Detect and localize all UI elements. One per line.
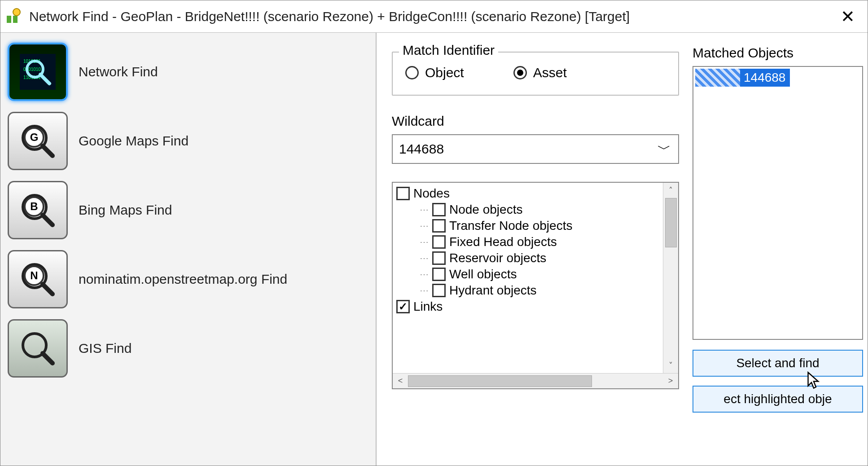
results-column: Matched Objects 144688 Select and find e… — [693, 44, 863, 461]
object-type-tree: Nodes ⋯ Node objects ⋯ Transfer Node obj… — [392, 182, 679, 389]
search-criteria-column: Match Identifier Object Asset Wildcard — [392, 44, 679, 461]
wildcard-input[interactable]: 144688 ﹀ — [392, 134, 679, 164]
tree-item-nodes[interactable]: Nodes — [393, 185, 663, 202]
sidebar: 1010101 0101010 1101101 Network Find G — [0, 33, 377, 466]
wildcard-value: 144688 — [399, 141, 657, 157]
checkbox[interactable] — [432, 219, 446, 233]
sidebar-item-label: Bing Maps Find — [79, 202, 172, 218]
checkbox[interactable] — [432, 251, 446, 265]
tree-vertical-scrollbar[interactable]: ˄ ˅ — [663, 183, 678, 373]
svg-line-16 — [43, 353, 53, 363]
scroll-thumb[interactable] — [665, 198, 677, 247]
checkbox[interactable] — [432, 268, 446, 281]
match-identifier-group: Match Identifier Object Asset — [392, 52, 679, 96]
sidebar-item-label: nominatim.openstreetmap.org Find — [79, 272, 287, 287]
scroll-up-icon[interactable]: ˄ — [663, 183, 678, 198]
radio-object-label: Object — [425, 65, 464, 80]
svg-point-2 — [13, 9, 20, 16]
matched-item[interactable]: 144688 — [695, 69, 790, 87]
scroll-right-icon[interactable]: > — [663, 376, 678, 386]
checkbox[interactable] — [432, 203, 446, 216]
sidebar-item-nominatim-find[interactable]: N nominatim.openstreetmap.org Find — [0, 245, 376, 314]
sidebar-item-label: Google Maps Find — [79, 133, 189, 149]
matched-objects-label: Matched Objects — [693, 45, 863, 61]
tree-item-hydrant-objects[interactable]: ⋯ Hydrant objects — [393, 282, 663, 299]
tree-item-fixed-head-objects[interactable]: ⋯ Fixed Head objects — [393, 234, 663, 250]
chevron-down-icon[interactable]: ﹀ — [657, 140, 672, 158]
radio-asset[interactable]: Asset — [513, 65, 567, 80]
checkbox[interactable] — [432, 284, 446, 297]
window-title: Network Find - GeoPlan - BridgeNet!!!! (… — [29, 9, 834, 24]
google-maps-find-icon: G — [8, 112, 68, 170]
scroll-down-icon[interactable]: ˅ — [663, 358, 678, 373]
bing-maps-find-icon: B — [8, 181, 68, 239]
main-panel: Match Identifier Object Asset Wildcard — [377, 33, 868, 466]
svg-rect-0 — [7, 16, 11, 23]
tree-item-node-objects[interactable]: ⋯ Node objects — [393, 202, 663, 218]
checkbox[interactable] — [432, 235, 446, 249]
dialog-body: 1010101 0101010 1101101 Network Find G — [0, 33, 868, 466]
link-icon — [695, 69, 740, 87]
tree-content[interactable]: Nodes ⋯ Node objects ⋯ Transfer Node obj… — [393, 183, 663, 373]
scroll-left-icon[interactable]: < — [393, 376, 408, 386]
sidebar-item-google-maps-find[interactable]: G Google Maps Find — [0, 106, 376, 176]
sidebar-item-gis-find[interactable]: GIS Find — [0, 314, 376, 383]
scroll-thumb[interactable] — [408, 375, 592, 387]
sidebar-item-network-find[interactable]: 1010101 0101010 1101101 Network Find — [0, 37, 376, 106]
gis-find-icon — [8, 319, 68, 378]
app-icon — [5, 8, 23, 26]
select-highlighted-objects-button[interactable]: ect highlighted obje — [693, 386, 863, 413]
match-identifier-legend: Match Identifier — [399, 43, 498, 58]
sidebar-item-label: GIS Find — [79, 341, 132, 356]
tree-horizontal-scrollbar[interactable]: < > — [393, 373, 678, 388]
matched-objects-list[interactable]: 144688 — [693, 66, 863, 340]
radio-object[interactable]: Object — [405, 65, 464, 80]
tree-item-reservoir-objects[interactable]: ⋯ Reservoir objects — [393, 250, 663, 266]
nominatim-find-icon: N — [8, 250, 68, 308]
tree-item-well-objects[interactable]: ⋯ Well objects — [393, 266, 663, 282]
sidebar-item-bing-maps-find[interactable]: B Bing Maps Find — [0, 176, 376, 245]
tree-item-links[interactable]: Links — [393, 299, 663, 315]
close-icon[interactable]: ✕ — [834, 7, 861, 26]
wildcard-label: Wildcard — [392, 114, 679, 129]
network-find-dialog: Network Find - GeoPlan - BridgeNet!!!! (… — [0, 0, 868, 466]
network-find-icon: 1010101 0101010 1101101 — [8, 43, 68, 101]
checkbox[interactable] — [396, 187, 410, 200]
radio-asset-label: Asset — [533, 65, 567, 80]
select-and-find-button[interactable]: Select and find — [693, 350, 863, 377]
svg-rect-1 — [13, 16, 18, 23]
titlebar: Network Find - GeoPlan - BridgeNet!!!! (… — [0, 0, 868, 33]
sidebar-item-label: Network Find — [79, 64, 158, 79]
tree-item-transfer-node-objects[interactable]: ⋯ Transfer Node objects — [393, 218, 663, 234]
checkbox[interactable] — [396, 300, 410, 313]
